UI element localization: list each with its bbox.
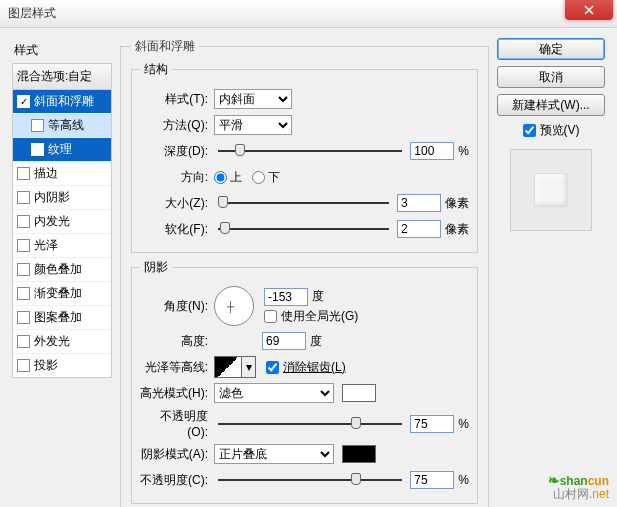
global-light-check[interactable]: 使用全局光(G) bbox=[264, 308, 358, 325]
style-label-10: 外发光 bbox=[34, 333, 70, 350]
style-label-0: 斜面和浮雕 bbox=[34, 93, 94, 110]
structure-title: 结构 bbox=[140, 61, 172, 78]
direction-down[interactable]: 下 bbox=[252, 169, 280, 186]
gloss-contour-label: 光泽等高线: bbox=[140, 359, 214, 376]
shadow-mode-label: 阴影模式(A): bbox=[140, 446, 214, 463]
shadow-opacity-label: 不透明度(C): bbox=[140, 472, 214, 489]
highlight-opacity-input[interactable] bbox=[410, 415, 454, 433]
bevel-panel: 斜面和浮雕 结构 样式(T): 内斜面 方法(Q): 平滑 深度(D): % bbox=[120, 38, 489, 497]
preview-check[interactable]: 预览(V) bbox=[497, 122, 605, 139]
altitude-input[interactable] bbox=[262, 332, 306, 350]
style-item-10[interactable]: 外发光 bbox=[13, 330, 111, 354]
style-check-1[interactable] bbox=[31, 119, 44, 132]
style-item-9[interactable]: 图案叠加 bbox=[13, 306, 111, 330]
size-unit: 像素 bbox=[445, 195, 469, 212]
style-check-3[interactable] bbox=[17, 167, 30, 180]
technique-label: 方法(Q): bbox=[140, 117, 214, 134]
style-item-4[interactable]: 内阴影 bbox=[13, 186, 111, 210]
cancel-button[interactable]: 取消 bbox=[497, 66, 605, 88]
soften-slider[interactable] bbox=[218, 228, 389, 230]
dialog-buttons: 确定 取消 新建样式(W)... 预览(V) bbox=[497, 38, 605, 497]
style-item-6[interactable]: 光泽 bbox=[13, 234, 111, 258]
style-label: 样式(T): bbox=[140, 91, 214, 108]
depth-label: 深度(D): bbox=[140, 143, 214, 160]
shadow-opacity-unit: % bbox=[458, 473, 469, 487]
style-item-2[interactable]: 纹理 bbox=[13, 138, 111, 162]
depth-unit: % bbox=[458, 144, 469, 158]
highlight-mode-select[interactable]: 滤色 bbox=[214, 383, 334, 403]
style-label-8: 渐变叠加 bbox=[34, 285, 82, 302]
style-check-8[interactable] bbox=[17, 287, 30, 300]
style-item-8[interactable]: 渐变叠加 bbox=[13, 282, 111, 306]
style-check-4[interactable] bbox=[17, 191, 30, 204]
style-select[interactable]: 内斜面 bbox=[214, 89, 292, 109]
direction-label: 方向: bbox=[140, 169, 214, 186]
highlight-opacity-slider[interactable] bbox=[218, 423, 402, 425]
highlight-opacity-label: 不透明度(O): bbox=[140, 408, 214, 439]
style-label-2: 纹理 bbox=[48, 141, 72, 158]
style-label-11: 投影 bbox=[34, 357, 58, 374]
direction-up[interactable]: 上 bbox=[214, 169, 242, 186]
style-label-6: 光泽 bbox=[34, 237, 58, 254]
shading-title: 阴影 bbox=[140, 259, 172, 276]
ok-button[interactable]: 确定 bbox=[497, 38, 605, 60]
size-input[interactable] bbox=[397, 194, 441, 212]
style-item-1[interactable]: 等高线 bbox=[13, 114, 111, 138]
technique-select[interactable]: 平滑 bbox=[214, 115, 292, 135]
close-icon bbox=[583, 4, 595, 16]
soften-unit: 像素 bbox=[445, 221, 469, 238]
altitude-label: 高度: bbox=[140, 333, 214, 350]
antialias-check[interactable]: 消除锯齿(L) bbox=[266, 359, 346, 376]
soften-label: 软化(F): bbox=[140, 221, 214, 238]
shadow-opacity-input[interactable] bbox=[410, 471, 454, 489]
angle-dial[interactable]: ┼ bbox=[214, 286, 254, 326]
style-check-11[interactable] bbox=[17, 359, 30, 372]
preview-swatch bbox=[510, 149, 592, 231]
style-label-3: 描边 bbox=[34, 165, 58, 182]
window-title: 图层样式 bbox=[8, 5, 56, 22]
title-bar: 图层样式 bbox=[0, 0, 617, 28]
angle-input[interactable] bbox=[264, 288, 308, 306]
watermark: ❧shancun山村网.net bbox=[548, 469, 609, 503]
gloss-contour-swatch[interactable] bbox=[214, 356, 242, 378]
styles-panel: 样式 混合选项:自定 斜面和浮雕等高线纹理描边内阴影内发光光泽颜色叠加渐变叠加图… bbox=[12, 38, 112, 497]
style-label-4: 内阴影 bbox=[34, 189, 70, 206]
highlight-opacity-unit: % bbox=[458, 417, 469, 431]
style-item-0[interactable]: 斜面和浮雕 bbox=[13, 90, 111, 114]
style-check-6[interactable] bbox=[17, 239, 30, 252]
styles-list: 混合选项:自定 斜面和浮雕等高线纹理描边内阴影内发光光泽颜色叠加渐变叠加图案叠加… bbox=[12, 63, 112, 378]
style-check-0[interactable] bbox=[17, 95, 30, 108]
style-item-7[interactable]: 颜色叠加 bbox=[13, 258, 111, 282]
angle-unit: 度 bbox=[312, 288, 324, 305]
style-check-5[interactable] bbox=[17, 215, 30, 228]
blending-options[interactable]: 混合选项:自定 bbox=[13, 64, 111, 90]
styles-header: 样式 bbox=[12, 38, 112, 63]
soften-input[interactable] bbox=[397, 220, 441, 238]
style-label-5: 内发光 bbox=[34, 213, 70, 230]
size-label: 大小(Z): bbox=[140, 195, 214, 212]
depth-input[interactable] bbox=[410, 142, 454, 160]
style-label-7: 颜色叠加 bbox=[34, 261, 82, 278]
gloss-contour-dropdown[interactable]: ▾ bbox=[242, 356, 256, 378]
shadow-opacity-slider[interactable] bbox=[218, 479, 402, 481]
style-label-9: 图案叠加 bbox=[34, 309, 82, 326]
altitude-unit: 度 bbox=[310, 333, 322, 350]
style-label-1: 等高线 bbox=[48, 117, 84, 134]
highlight-color-swatch[interactable] bbox=[342, 384, 376, 402]
highlight-mode-label: 高光模式(H): bbox=[140, 385, 214, 402]
size-slider[interactable] bbox=[218, 202, 389, 204]
bevel-group-title: 斜面和浮雕 bbox=[131, 38, 199, 55]
angle-label: 角度(N): bbox=[140, 298, 214, 315]
shadow-mode-select[interactable]: 正片叠底 bbox=[214, 444, 334, 464]
depth-slider[interactable] bbox=[218, 150, 402, 152]
style-check-2[interactable] bbox=[31, 143, 44, 156]
style-check-10[interactable] bbox=[17, 335, 30, 348]
shadow-color-swatch[interactable] bbox=[342, 445, 376, 463]
close-button[interactable] bbox=[565, 0, 613, 20]
style-item-3[interactable]: 描边 bbox=[13, 162, 111, 186]
style-check-9[interactable] bbox=[17, 311, 30, 324]
style-check-7[interactable] bbox=[17, 263, 30, 276]
style-item-11[interactable]: 投影 bbox=[13, 354, 111, 377]
style-item-5[interactable]: 内发光 bbox=[13, 210, 111, 234]
new-style-button[interactable]: 新建样式(W)... bbox=[497, 94, 605, 116]
